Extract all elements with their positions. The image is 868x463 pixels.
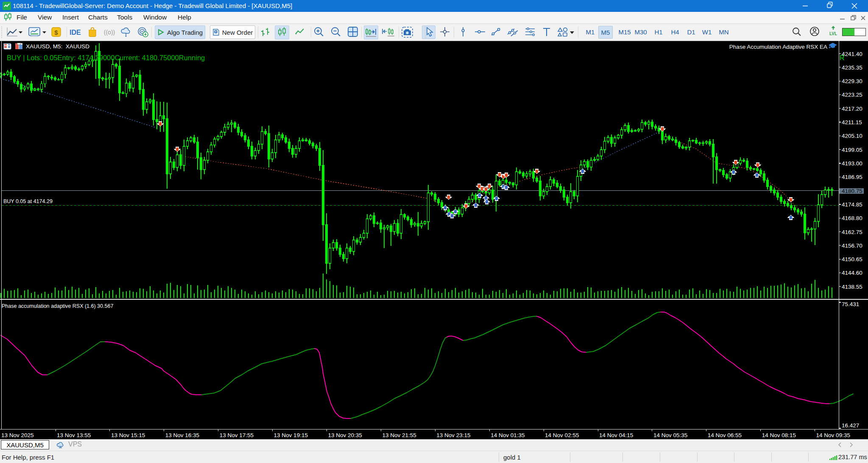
svg-text:14 Nov 08:15: 14 Nov 08:15: [762, 432, 796, 438]
svg-text:14 Nov 01:35: 14 Nov 01:35: [491, 432, 525, 438]
svg-text:4235.35: 4235.35: [842, 64, 862, 71]
svg-text:4186.95: 4186.95: [842, 174, 862, 180]
svg-text:4174.85: 4174.85: [842, 201, 862, 208]
svg-text:14 Nov 09:35: 14 Nov 09:35: [816, 432, 850, 438]
svg-text:$: $: [54, 29, 58, 36]
svg-text:4156.70: 4156.70: [842, 243, 862, 249]
svg-text:13 Nov 23:15: 13 Nov 23:15: [436, 432, 470, 438]
svg-text:16.427: 16.427: [842, 422, 859, 429]
svg-text:LVL: LVL: [829, 31, 837, 36]
svg-text:4217.20: 4217.20: [842, 106, 862, 112]
svg-text:4193.00: 4193.00: [842, 160, 862, 167]
svg-text:4229.30: 4229.30: [842, 78, 862, 84]
svg-text:Phase Accumulation Adaptive RS: Phase Accumulation Adaptive RSX EA: [729, 44, 827, 50]
svg-text:13 Nov 16:35: 13 Nov 16:35: [165, 432, 199, 438]
svg-text:13 Nov 19:15: 13 Nov 19:15: [274, 432, 308, 438]
svg-text:13 Nov 20:35: 13 Nov 20:35: [328, 432, 362, 438]
svg-text:75.431: 75.431: [842, 301, 859, 307]
svg-text:4150.65: 4150.65: [842, 256, 862, 262]
svg-text:13 Nov 2025: 13 Nov 2025: [1, 432, 34, 438]
svg-text:4223.25: 4223.25: [842, 92, 862, 98]
svg-text:IDE: IDE: [70, 29, 81, 36]
svg-text:4138.55: 4138.55: [842, 284, 862, 290]
svg-text:14 Nov 04:15: 14 Nov 04:15: [599, 432, 633, 438]
svg-text:BUY 0.05 at 4174.29: BUY 0.05 at 4174.29: [3, 198, 53, 204]
svg-text:((o)): ((o)): [104, 29, 115, 36]
svg-text:13 Nov 13:55: 13 Nov 13:55: [57, 432, 91, 438]
svg-text:4180.75: 4180.75: [842, 188, 862, 194]
svg-text:XAUUSD, M5: XAUUSD: XAUUSD, M5: XAUUSD: [26, 43, 89, 50]
svg-text:Phase accumulation adaptive RS: Phase accumulation adaptive RSX (1.6) 30…: [2, 303, 113, 309]
svg-text:4205.10: 4205.10: [842, 133, 862, 139]
svg-text:R: R: [840, 54, 845, 61]
svg-text:4211.15: 4211.15: [842, 119, 862, 126]
svg-text:13 Nov 15:15: 13 Nov 15:15: [111, 432, 145, 438]
svg-text:13 Nov 17:55: 13 Nov 17:55: [220, 432, 254, 438]
svg-text:4168.80: 4168.80: [842, 215, 862, 221]
svg-text:4199.05: 4199.05: [842, 147, 862, 153]
svg-text:13 Nov 21:55: 13 Nov 21:55: [382, 432, 416, 438]
svg-text:14 Nov 05:35: 14 Nov 05:35: [653, 432, 687, 438]
svg-text:14 Nov 06:55: 14 Nov 06:55: [708, 432, 742, 438]
svg-text:4162.75: 4162.75: [842, 229, 862, 235]
svg-text:4144.60: 4144.60: [842, 270, 862, 276]
svg-text:BUY | Lots: 0.05Entry: 4174.29: BUY | Lots: 0.05Entry: 4174.29000Current…: [7, 54, 205, 61]
svg-text:14 Nov 02:55: 14 Nov 02:55: [545, 432, 579, 438]
svg-text:4241.40: 4241.40: [842, 51, 862, 57]
